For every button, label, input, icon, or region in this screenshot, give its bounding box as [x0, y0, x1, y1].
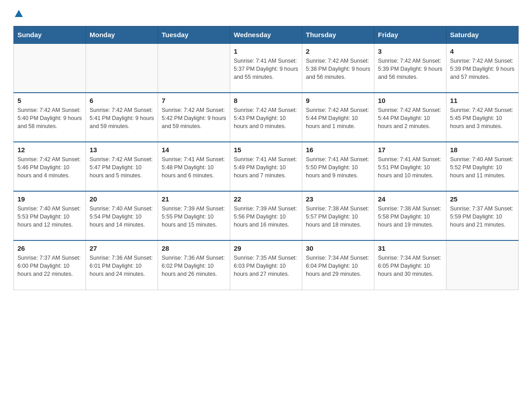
day-number: 26 — [17, 244, 82, 252]
page-header — [13, 9, 519, 17]
calendar-cell: 30Sunrise: 7:34 AM Sunset: 6:04 PM Dayli… — [302, 240, 374, 290]
day-info: Sunrise: 7:42 AM Sunset: 5:45 PM Dayligh… — [450, 106, 515, 130]
day-info: Sunrise: 7:42 AM Sunset: 5:44 PM Dayligh… — [306, 106, 370, 130]
day-info: Sunrise: 7:38 AM Sunset: 5:57 PM Dayligh… — [306, 205, 370, 229]
day-info: Sunrise: 7:42 AM Sunset: 5:44 PM Dayligh… — [378, 106, 442, 130]
day-number: 7 — [162, 97, 226, 104]
weekday-header-wednesday: Wednesday — [230, 26, 302, 44]
day-number: 24 — [378, 195, 442, 203]
calendar-cell: 17Sunrise: 7:41 AM Sunset: 5:51 PM Dayli… — [374, 142, 446, 191]
day-number: 12 — [17, 146, 82, 154]
day-number: 27 — [90, 244, 154, 252]
day-info: Sunrise: 7:42 AM Sunset: 5:41 PM Dayligh… — [90, 106, 154, 130]
logo — [13, 9, 23, 17]
week-row-5: 26Sunrise: 7:37 AM Sunset: 6:00 PM Dayli… — [14, 240, 519, 290]
day-info: Sunrise: 7:41 AM Sunset: 5:50 PM Dayligh… — [306, 155, 370, 180]
day-info: Sunrise: 7:42 AM Sunset: 5:46 PM Dayligh… — [17, 155, 82, 180]
day-number: 19 — [17, 195, 82, 203]
calendar-cell: 12Sunrise: 7:42 AM Sunset: 5:46 PM Dayli… — [14, 142, 86, 191]
day-number: 10 — [378, 97, 442, 104]
weekday-header-thursday: Thursday — [302, 26, 374, 44]
calendar-cell: 6Sunrise: 7:42 AM Sunset: 5:41 PM Daylig… — [86, 93, 158, 142]
day-info: Sunrise: 7:42 AM Sunset: 5:39 PM Dayligh… — [450, 57, 515, 81]
day-number: 4 — [450, 47, 515, 55]
calendar-cell: 18Sunrise: 7:40 AM Sunset: 5:52 PM Dayli… — [446, 142, 519, 191]
day-number: 3 — [378, 47, 442, 55]
calendar-cell: 9Sunrise: 7:42 AM Sunset: 5:44 PM Daylig… — [302, 93, 374, 142]
day-number: 5 — [17, 97, 82, 104]
weekday-header-tuesday: Tuesday — [158, 26, 230, 44]
day-number: 25 — [450, 195, 515, 203]
calendar-cell: 27Sunrise: 7:36 AM Sunset: 6:01 PM Dayli… — [86, 240, 158, 290]
day-number: 31 — [378, 244, 442, 252]
day-info: Sunrise: 7:42 AM Sunset: 5:40 PM Dayligh… — [17, 106, 82, 130]
day-info: Sunrise: 7:41 AM Sunset: 5:37 PM Dayligh… — [234, 57, 298, 81]
day-info: Sunrise: 7:42 AM Sunset: 5:39 PM Dayligh… — [378, 57, 442, 81]
calendar-cell: 5Sunrise: 7:42 AM Sunset: 5:40 PM Daylig… — [14, 93, 86, 142]
day-info: Sunrise: 7:40 AM Sunset: 5:52 PM Dayligh… — [450, 155, 515, 180]
day-info: Sunrise: 7:35 AM Sunset: 6:03 PM Dayligh… — [234, 254, 298, 278]
week-row-1: 1Sunrise: 7:41 AM Sunset: 5:37 PM Daylig… — [14, 43, 519, 93]
weekday-header-sunday: Sunday — [14, 26, 86, 44]
weekday-header-friday: Friday — [374, 26, 446, 44]
day-info: Sunrise: 7:38 AM Sunset: 5:58 PM Dayligh… — [378, 205, 442, 229]
calendar-cell — [446, 240, 519, 290]
day-number: 28 — [162, 244, 226, 252]
day-number: 14 — [162, 146, 226, 154]
day-info: Sunrise: 7:34 AM Sunset: 6:04 PM Dayligh… — [306, 254, 370, 278]
day-info: Sunrise: 7:39 AM Sunset: 5:55 PM Dayligh… — [162, 205, 226, 229]
day-info: Sunrise: 7:41 AM Sunset: 5:49 PM Dayligh… — [234, 155, 298, 180]
week-row-4: 19Sunrise: 7:40 AM Sunset: 5:53 PM Dayli… — [14, 191, 519, 240]
day-info: Sunrise: 7:42 AM Sunset: 5:43 PM Dayligh… — [234, 106, 298, 130]
calendar-cell: 11Sunrise: 7:42 AM Sunset: 5:45 PM Dayli… — [446, 93, 519, 142]
calendar-cell: 4Sunrise: 7:42 AM Sunset: 5:39 PM Daylig… — [446, 43, 519, 93]
day-info: Sunrise: 7:42 AM Sunset: 5:47 PM Dayligh… — [90, 155, 154, 180]
day-number: 11 — [450, 97, 515, 104]
calendar-cell: 19Sunrise: 7:40 AM Sunset: 5:53 PM Dayli… — [14, 191, 86, 240]
week-row-3: 12Sunrise: 7:42 AM Sunset: 5:46 PM Dayli… — [14, 142, 519, 191]
calendar-cell: 13Sunrise: 7:42 AM Sunset: 5:47 PM Dayli… — [86, 142, 158, 191]
week-row-2: 5Sunrise: 7:42 AM Sunset: 5:40 PM Daylig… — [14, 93, 519, 142]
calendar-cell: 24Sunrise: 7:38 AM Sunset: 5:58 PM Dayli… — [374, 191, 446, 240]
day-number: 22 — [234, 195, 298, 203]
calendar-cell: 8Sunrise: 7:42 AM Sunset: 5:43 PM Daylig… — [230, 93, 302, 142]
day-info: Sunrise: 7:37 AM Sunset: 6:00 PM Dayligh… — [17, 254, 82, 278]
calendar-cell: 15Sunrise: 7:41 AM Sunset: 5:49 PM Dayli… — [230, 142, 302, 191]
day-number: 16 — [306, 146, 370, 154]
calendar-cell: 1Sunrise: 7:41 AM Sunset: 5:37 PM Daylig… — [230, 43, 302, 93]
day-number: 29 — [234, 244, 298, 252]
day-number: 21 — [162, 195, 226, 203]
calendar-cell: 7Sunrise: 7:42 AM Sunset: 5:42 PM Daylig… — [158, 93, 230, 142]
day-info: Sunrise: 7:39 AM Sunset: 5:56 PM Dayligh… — [234, 205, 298, 229]
calendar-cell: 21Sunrise: 7:39 AM Sunset: 5:55 PM Dayli… — [158, 191, 230, 240]
day-number: 2 — [306, 47, 370, 55]
day-info: Sunrise: 7:41 AM Sunset: 5:51 PM Dayligh… — [378, 155, 442, 180]
calendar-cell — [86, 43, 158, 93]
day-number: 6 — [90, 97, 154, 104]
day-number: 20 — [90, 195, 154, 203]
day-info: Sunrise: 7:34 AM Sunset: 6:05 PM Dayligh… — [378, 254, 442, 278]
calendar-cell: 28Sunrise: 7:36 AM Sunset: 6:02 PM Dayli… — [158, 240, 230, 290]
day-number: 8 — [234, 97, 298, 104]
calendar-cell — [158, 43, 230, 93]
day-number: 30 — [306, 244, 370, 252]
calendar-cell: 2Sunrise: 7:42 AM Sunset: 5:38 PM Daylig… — [302, 43, 374, 93]
day-number: 13 — [90, 146, 154, 154]
day-number: 18 — [450, 146, 515, 154]
day-number: 9 — [306, 97, 370, 104]
day-info: Sunrise: 7:40 AM Sunset: 5:53 PM Dayligh… — [17, 205, 82, 229]
day-number: 15 — [234, 146, 298, 154]
calendar-cell: 29Sunrise: 7:35 AM Sunset: 6:03 PM Dayli… — [230, 240, 302, 290]
calendar-cell: 25Sunrise: 7:37 AM Sunset: 5:59 PM Dayli… — [446, 191, 519, 240]
weekday-header-saturday: Saturday — [446, 26, 519, 44]
day-number: 23 — [306, 195, 370, 203]
day-info: Sunrise: 7:37 AM Sunset: 5:59 PM Dayligh… — [450, 205, 515, 229]
weekday-header-row: SundayMondayTuesdayWednesdayThursdayFrid… — [14, 26, 519, 44]
calendar-cell — [14, 43, 86, 93]
calendar-cell: 22Sunrise: 7:39 AM Sunset: 5:56 PM Dayli… — [230, 191, 302, 240]
calendar-cell: 26Sunrise: 7:37 AM Sunset: 6:00 PM Dayli… — [14, 240, 86, 290]
calendar-cell: 14Sunrise: 7:41 AM Sunset: 5:48 PM Dayli… — [158, 142, 230, 191]
calendar-cell: 23Sunrise: 7:38 AM Sunset: 5:57 PM Dayli… — [302, 191, 374, 240]
day-info: Sunrise: 7:40 AM Sunset: 5:54 PM Dayligh… — [90, 205, 154, 229]
calendar-cell: 31Sunrise: 7:34 AM Sunset: 6:05 PM Dayli… — [374, 240, 446, 290]
